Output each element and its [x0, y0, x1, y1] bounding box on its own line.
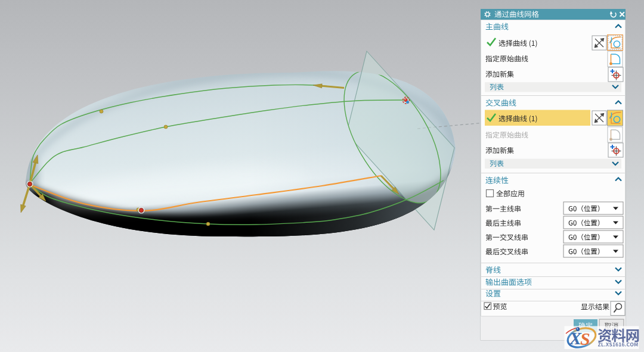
- svg-text:S: S: [580, 329, 590, 348]
